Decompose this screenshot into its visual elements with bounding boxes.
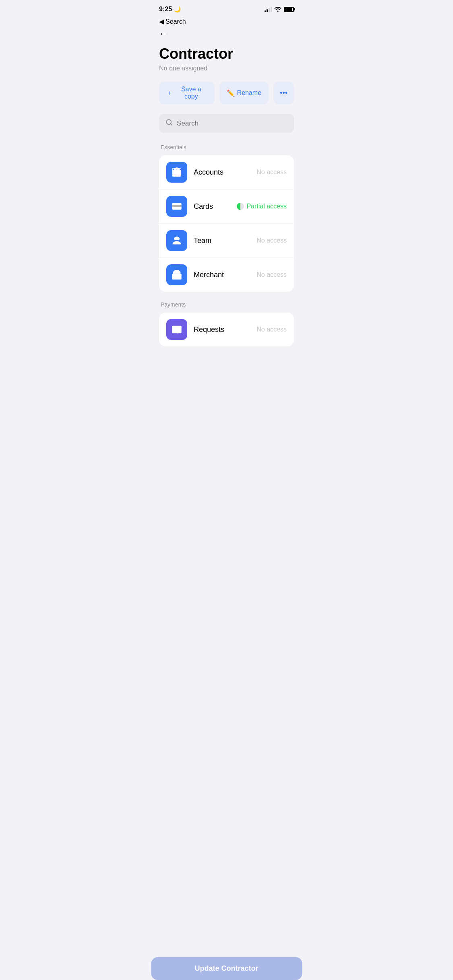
page-back-button[interactable]: ←	[159, 29, 168, 39]
svg-rect-5	[172, 205, 181, 207]
search-icon	[165, 119, 173, 128]
requests-item[interactable]: Requests No access	[159, 313, 294, 346]
cards-name: Cards	[194, 202, 237, 211]
save-copy-label: Save a copy	[175, 86, 207, 100]
action-buttons: ＋ Save a copy ✏️ Rename •••	[159, 82, 294, 104]
signal-icon	[265, 6, 272, 12]
merchant-item[interactable]: Merchant No access	[159, 258, 294, 292]
svg-rect-2	[173, 170, 181, 176]
save-copy-button[interactable]: ＋ Save a copy	[159, 82, 215, 104]
requests-access: No access	[256, 326, 287, 333]
requests-name: Requests	[194, 325, 256, 334]
status-icons	[265, 6, 294, 13]
merchant-access: No access	[256, 271, 287, 278]
page-title: Contractor	[159, 45, 294, 62]
wifi-icon	[274, 6, 281, 13]
rename-label: Rename	[237, 89, 261, 97]
requests-icon	[166, 319, 187, 340]
more-button[interactable]: •••	[273, 82, 294, 104]
accounts-icon	[166, 162, 187, 183]
svg-point-10	[175, 237, 178, 240]
merchant-icon	[166, 264, 187, 285]
team-item[interactable]: Team No access	[159, 224, 294, 258]
page-subtitle: No one assigned	[159, 65, 294, 72]
essentials-section-label: Essentials	[159, 144, 294, 150]
nav-back-label: Search	[165, 18, 186, 25]
team-name: Team	[194, 237, 256, 245]
payments-section-label: Payments	[159, 301, 294, 308]
svg-rect-7	[176, 208, 178, 209]
accounts-item[interactable]: Accounts No access	[159, 155, 294, 189]
rename-button[interactable]: ✏️ Rename	[219, 82, 269, 104]
more-icon: •••	[280, 89, 288, 97]
moon-icon: 🌙	[174, 6, 181, 12]
accounts-access: No access	[256, 169, 287, 176]
team-access: No access	[256, 237, 287, 244]
cards-item[interactable]: Cards Partial access	[159, 189, 294, 224]
search-input[interactable]	[177, 119, 288, 128]
battery-icon	[284, 7, 294, 12]
search-bar[interactable]	[159, 114, 294, 133]
team-icon	[166, 230, 187, 251]
cards-icon	[166, 196, 187, 217]
accounts-name: Accounts	[194, 168, 256, 177]
nav-back-arrow: ◀	[159, 18, 164, 25]
svg-rect-12	[176, 276, 178, 278]
merchant-name: Merchant	[194, 271, 256, 279]
status-time: 9:25	[159, 6, 172, 13]
essentials-list: Accounts No access Cards Partial access	[159, 155, 294, 292]
bottom-section: Requests No access	[159, 313, 294, 379]
pencil-icon: ✏️	[227, 89, 235, 97]
cards-access: Partial access	[237, 203, 287, 210]
main-content: ← Contractor No one assigned ＋ Save a co…	[151, 29, 302, 379]
partial-access-icon	[237, 203, 244, 210]
status-bar: 9:25 🌙	[151, 0, 302, 16]
svg-line-1	[170, 124, 172, 125]
nav-back[interactable]: ◀ Search	[151, 16, 302, 29]
svg-rect-6	[173, 208, 176, 209]
plus-icon: ＋	[166, 89, 173, 97]
cards-access-label: Partial access	[246, 203, 287, 210]
